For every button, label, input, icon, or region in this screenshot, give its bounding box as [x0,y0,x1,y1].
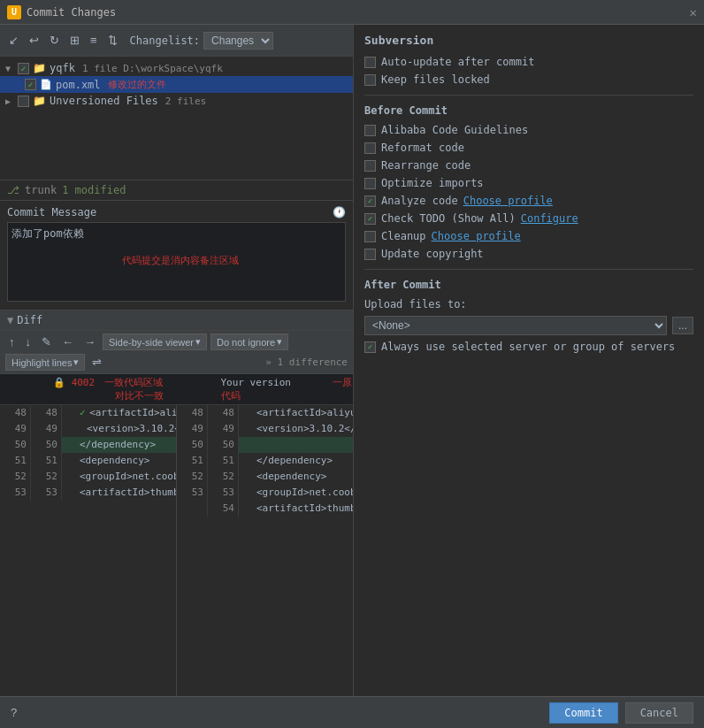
checkbox-always-use[interactable]: ✓ [364,341,376,353]
always-use-row: ✓ Always use selected server or group of… [364,341,693,353]
right-annotations: Your version 一原代码 [177,376,354,402]
side-by-side-viewer-btn[interactable]: Side-by-side viewer ▾ [103,333,207,350]
left-annotations: 🔒 4002 一致代码区域 对比不一致 [0,376,177,402]
undo-button[interactable]: ↩ [26,32,42,49]
checkbox-reformat[interactable] [364,142,376,154]
changelist-select[interactable]: Changes [203,32,273,50]
diff-line: 53 53 <groupId>net.coobird</groupId> [177,485,353,501]
checkbox-keep-files[interactable] [364,74,376,86]
branch-icon: ⎇ [7,184,19,196]
upload-select-row: <None> ... [364,316,693,335]
checkbox-alibaba[interactable] [364,125,376,136]
diff-line: 53 53 <artifactId>thumbnailator</art [0,485,176,501]
cancel-button[interactable]: Cancel [625,702,693,724]
move-down-button[interactable]: ↙ [5,32,22,49]
commit-message-input[interactable]: 添加了pom依赖 [7,222,346,302]
commit-message-section: Commit Message 🕐 添加了pom依赖 代码提交是消内容备注区域 [0,201,353,310]
diff-right-pane[interactable]: 48 48 <artifactId>aliyun-sdk-oss</art⊞ 4… [177,405,353,704]
diff-line: 54 <artifactId>thumbnailator</artifa [177,501,353,517]
diff-edit-btn[interactable]: ✎ [38,333,55,350]
branch-name: trunk [25,184,57,196]
checkbox-row-reformat: Reformat code [364,142,693,154]
tree-item-yqfk[interactable]: ▼ ✓ 📁 yqfk 1 file D:\workSpace\yqfk [0,60,353,76]
group-button[interactable]: ⊞ [66,32,83,49]
upload-label: Upload files to: [364,298,467,310]
tree-item-unversioned[interactable]: ▶ 📁 Unversioned Files 2 files [0,93,353,109]
checkbox-row-keep-files: Keep files locked [364,73,693,86]
title-bar: U Commit Changes ✕ [0,0,704,25]
diff-count: » 1 difference [265,356,348,368]
changelist-label: Changelist: [130,34,200,47]
folder-meta-yqfk: 1 file D:\workSpace\yqfk [82,63,223,74]
history-icon[interactable]: 🕐 [333,206,346,218]
modified-label: 修改过的文件 [108,78,166,91]
commit-message-header: Commit Message 🕐 [7,206,346,218]
checkbox-row-auto-update: Auto-update after commit [364,56,693,68]
folder-meta-unversioned: 2 files [165,96,206,107]
diff-line-added: 50 50 [177,437,353,453]
checkbox-pom[interactable]: ✓ [25,79,36,90]
folder-name-yqfk: yqfk [50,62,75,74]
close-button[interactable]: ✕ [690,5,697,19]
dialog-title: Commit Changes [27,6,116,19]
divider-before-commit [364,95,693,96]
expand-icon-unversioned: ▶ [5,96,14,106]
diff-line: 51 51 <dependency> [0,453,176,469]
filter-button[interactable]: ≡ [87,32,101,49]
app-icon: U [7,5,21,19]
diff-line: 52 52 <dependency> [177,469,353,485]
checkbox-check-todo[interactable]: ✓ [364,213,376,225]
folder-name-unversioned: Unversioned Files [50,95,158,107]
diff-title: Diff [17,314,42,326]
file-tree: ▼ ✓ 📁 yqfk 1 file D:\workSpace\yqfk ✓ 📄 … [0,57,353,180]
diff-left-pane[interactable]: 48 48 ✓ <artifactId>aliyun-sdk-oss</ar 4… [0,405,177,704]
checkbox-row-update-copyright: Update copyright [364,248,693,260]
checkbox-yqfk[interactable]: ✓ [18,63,29,74]
diff-right-btn[interactable]: → [80,333,99,350]
checkbox-row-check-todo: ✓ Check TODO (Show All) Configure [364,212,693,225]
upload-select[interactable]: <None> [364,316,667,335]
commit-message-wrapper: 添加了pom依赖 代码提交是消内容备注区域 [7,222,346,304]
ignore-btn[interactable]: Do not ignore ▾ [210,333,288,350]
label-keep-files: Keep files locked [381,73,490,86]
expand-icon-yqfk: ▼ [5,64,14,73]
check-todo-configure-link[interactable]: Configure [521,212,578,225]
right-panel: Subversion Auto-update after commit Keep… [354,25,704,728]
folder-icon-unversioned: 📁 [33,95,46,107]
diff-line: 49 49 <version>3.10.2</version> [177,421,353,437]
sync-btn[interactable]: ⇌ [88,354,105,371]
checkbox-optimize[interactable] [364,178,376,189]
label-optimize: Optimize imports [381,177,484,189]
sort-button[interactable]: ⇅ [104,32,121,49]
diff-line: 51 51 </dependency> [177,453,353,469]
analyze-profile-link[interactable]: Choose profile [463,195,553,207]
label-analyze: Analyze code [381,195,458,207]
diff-header: ▼ Diff [0,310,353,331]
commit-button[interactable]: Commit [549,702,617,724]
divider-after-commit [364,269,693,270]
checkbox-analyze[interactable]: ✓ [364,195,376,207]
upload-extra-btn[interactable]: ... [672,317,693,334]
checkbox-unversioned[interactable] [18,96,29,107]
checkbox-auto-update[interactable] [364,57,376,68]
checkbox-cleanup[interactable] [364,231,376,242]
label-cleanup: Cleanup [381,230,426,242]
highlight-lines-btn[interactable]: Highlight lines ▾ [5,354,85,371]
bottom-bar: ? Commit Cancel [0,696,704,728]
before-commit-title: Before Commit [364,104,693,117]
toolbar: ↙ ↩ ↻ ⊞ ≡ ⇅ Changelist: Changes [0,25,353,57]
diff-up-btn[interactable]: ↑ [5,333,19,350]
diff-down-btn[interactable]: ↓ [22,333,35,350]
help-button[interactable]: ? [11,706,17,719]
refresh-button[interactable]: ↻ [46,32,63,49]
checkbox-row-optimize: Optimize imports [364,177,693,189]
diff-line: 48 48 <artifactId>aliyun-sdk-oss</art⊞ [177,405,353,421]
checkbox-row-rearrange: Rearrange code [364,159,693,172]
checkbox-rearrange[interactable] [364,160,376,172]
checkbox-update-copyright[interactable] [364,249,376,260]
label-reformat: Reformat code [381,142,464,154]
diff-toolbar: ↑ ↓ ✎ ← → Side-by-side viewer ▾ Do not i… [0,331,353,374]
tree-item-pom[interactable]: ✓ 📄 pom.xml 修改过的文件 [0,76,353,93]
diff-left-btn[interactable]: ← [58,333,77,350]
cleanup-profile-link[interactable]: Choose profile [432,230,521,242]
